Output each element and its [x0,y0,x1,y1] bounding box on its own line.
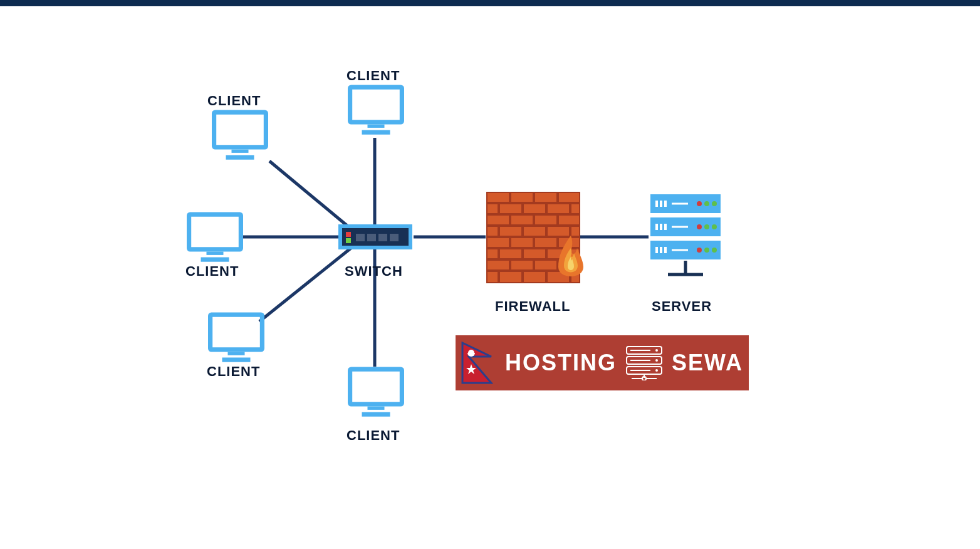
svg-rect-59 [660,201,662,207]
svg-rect-74 [655,247,658,253]
nepal-flag-icon [461,342,496,384]
svg-rect-50 [487,272,498,282]
server-label: SERVER [652,298,712,315]
client-node-4 [208,312,264,366]
svg-rect-37 [487,238,509,247]
svg-rect-31 [559,216,579,224]
svg-rect-41 [487,249,498,258]
svg-rect-38 [511,238,533,247]
svg-rect-39 [535,238,556,247]
server-icon [650,193,726,281]
svg-point-64 [712,201,717,206]
svg-rect-28 [487,216,509,224]
svg-rect-12 [346,232,351,237]
switch-label: SWITCH [345,263,403,280]
svg-rect-29 [511,216,533,224]
svg-rect-47 [511,261,533,269]
svg-rect-32 [487,227,498,236]
svg-rect-26 [548,204,569,213]
svg-line-0 [269,161,351,229]
client-label-4: CLIENT [207,363,260,380]
svg-point-63 [704,201,709,206]
svg-rect-68 [664,224,667,230]
logo-text-1: HOSTING [505,350,617,376]
svg-rect-66 [655,224,658,230]
svg-rect-14 [356,234,365,241]
svg-rect-60 [664,201,667,207]
svg-point-72 [712,224,717,229]
svg-rect-23 [487,204,498,213]
logo-banner: HOSTING SEWA [456,335,749,390]
svg-rect-75 [660,247,662,253]
svg-point-91 [655,369,658,372]
client-label-5: CLIENT [347,427,400,444]
svg-rect-67 [660,224,662,230]
svg-rect-76 [664,247,667,253]
svg-rect-46 [487,261,509,269]
svg-rect-24 [500,204,521,213]
client-label-3: CLIENT [185,263,239,280]
server-node [650,193,726,283]
svg-point-94 [642,377,646,380]
logo-text-2: SEWA [672,350,743,376]
svg-point-87 [655,349,658,352]
svg-rect-21 [535,193,556,202]
svg-point-89 [655,359,658,362]
client-node-5 [348,367,404,421]
switch-icon [338,224,412,249]
svg-rect-42 [500,249,521,258]
svg-rect-27 [571,204,579,213]
svg-rect-34 [524,227,545,236]
svg-rect-25 [524,204,545,213]
client-node-3 [187,212,243,266]
svg-point-79 [704,248,709,253]
svg-rect-22 [559,193,579,202]
svg-rect-20 [511,193,533,202]
svg-point-70 [697,224,702,229]
svg-rect-16 [378,234,387,241]
svg-rect-43 [524,249,545,258]
svg-rect-36 [571,227,579,236]
switch-node [338,224,412,252]
svg-line-3 [259,248,351,322]
svg-rect-30 [535,216,556,224]
svg-rect-15 [367,234,376,241]
firewall-label: FIREWALL [495,298,570,315]
svg-rect-35 [548,227,569,236]
svg-point-80 [712,248,717,253]
svg-point-71 [704,224,709,229]
svg-rect-51 [500,272,521,282]
client-node-1 [348,85,404,139]
client-label-2: CLIENT [207,93,261,109]
svg-rect-52 [524,272,545,282]
svg-rect-33 [500,227,521,236]
svg-rect-17 [390,234,399,241]
client-label-1: CLIENT [347,68,400,84]
svg-point-62 [697,201,702,206]
client-node-2 [212,110,268,164]
firewall-icon [486,192,593,292]
firewall-node [486,192,593,295]
logo-server-icon [625,345,663,380]
svg-rect-19 [487,193,509,202]
svg-marker-81 [462,343,491,383]
svg-rect-48 [535,261,556,269]
svg-point-78 [697,248,702,253]
svg-rect-13 [346,238,351,243]
svg-rect-58 [655,201,658,207]
